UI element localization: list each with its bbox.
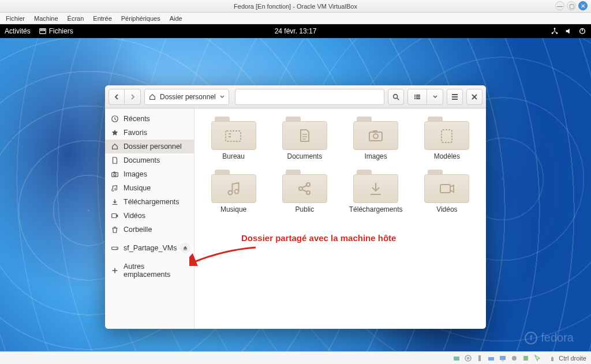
- list-icon: [414, 93, 421, 100]
- view-list-button[interactable]: [407, 89, 427, 105]
- status-optical-icon: [464, 354, 472, 362]
- vbox-titlebar: Fedora [En fonction] - Oracle VM Virtual…: [0, 0, 591, 13]
- sidebar-item-images[interactable]: Images: [105, 167, 194, 181]
- sidebar-item-vid-os[interactable]: Vidéos: [105, 209, 194, 223]
- sidebar-item-autres-emplacements[interactable]: Autres emplacements: [105, 260, 194, 282]
- forward-button[interactable]: [125, 89, 141, 105]
- svg-line-8: [397, 97, 399, 100]
- sidebar-item-label: Images: [124, 170, 147, 178]
- back-button[interactable]: [109, 89, 125, 105]
- headerbar: Dossier personnel: [105, 85, 486, 108]
- folder-bureau[interactable]: Bureau: [204, 117, 263, 160]
- chevron-left-icon: [113, 93, 120, 100]
- vbox-close-button[interactable]: ✕: [578, 1, 588, 10]
- folder-mod-les[interactable]: Modèles: [417, 117, 477, 160]
- home-icon: [148, 93, 156, 101]
- folder-vid-os[interactable]: Vidéos: [417, 170, 477, 213]
- vbox-menu-item[interactable]: Entrée: [93, 15, 111, 22]
- clock[interactable]: 24 févr. 13:17: [275, 27, 317, 35]
- svg-point-40: [467, 357, 469, 359]
- svg-rect-10: [416, 95, 420, 96]
- folder-icon: [424, 170, 469, 203]
- gnome-topbar: Activités Fichiers 24 févr. 13:17: [0, 24, 591, 38]
- activities-button[interactable]: Activités: [5, 27, 31, 35]
- search-button[interactable]: [388, 89, 404, 105]
- status-cpu-icon: [522, 354, 530, 362]
- view-dropdown-button[interactable]: [427, 89, 443, 105]
- location-entry[interactable]: [235, 89, 384, 105]
- status-usb-icon: [476, 354, 484, 362]
- trash-icon: [111, 226, 119, 234]
- host-key-indicator: Ctrl droite: [548, 354, 586, 362]
- svg-point-35: [306, 183, 310, 186]
- hamburger-button[interactable]: [447, 89, 463, 105]
- folder-label: Vidéos: [436, 205, 457, 213]
- svg-rect-11: [414, 96, 416, 97]
- folder-view[interactable]: BureauDocumentsImagesModèlesMusiquePubli…: [194, 108, 486, 329]
- pathbar[interactable]: Dossier personnel: [144, 89, 229, 105]
- current-app[interactable]: Fichiers: [39, 27, 73, 35]
- sidebar-item-corbeille[interactable]: Corbeille: [105, 223, 194, 237]
- power-icon[interactable]: [578, 27, 586, 35]
- svg-point-34: [299, 187, 302, 190]
- svg-rect-27: [226, 131, 241, 141]
- status-display-icon: [499, 354, 507, 362]
- sidebar-item-documents[interactable]: Documents: [105, 153, 194, 167]
- vbox-menu-item[interactable]: Écran: [68, 15, 84, 22]
- svg-point-39: [465, 355, 471, 361]
- star-icon: [111, 129, 119, 137]
- annotation-text: Dossier partagé avec la machine hôte: [241, 233, 396, 243]
- sidebar-item-label: Récents: [124, 115, 150, 123]
- svg-point-2: [554, 28, 556, 29]
- eject-button[interactable]: [180, 243, 190, 253]
- svg-point-26: [117, 248, 117, 249]
- vbox-minimize-button[interactable]: —: [555, 1, 564, 10]
- vbox-menu-item[interactable]: Aide: [170, 15, 182, 22]
- folder-t-l-chargements[interactable]: Téléchargements: [346, 170, 406, 213]
- folder-label: Images: [364, 152, 387, 160]
- folder-images[interactable]: Images: [346, 117, 406, 160]
- network-icon[interactable]: [551, 27, 559, 35]
- svg-rect-31: [442, 130, 452, 142]
- sidebar-item-musique[interactable]: Musique: [105, 181, 194, 195]
- files-app-icon: [39, 27, 47, 35]
- status-disk-icon: [452, 354, 461, 362]
- svg-point-33: [234, 190, 238, 194]
- sidebar-item-label: Musique: [124, 184, 151, 192]
- sidebar-item-favoris[interactable]: Favoris: [105, 126, 194, 140]
- sidebar-item-label: sf_Partage_VMs: [124, 244, 177, 252]
- svg-point-22: [114, 174, 116, 176]
- vbox-menubar: Fichier Machine Écran Entrée Périphériqu…: [0, 13, 591, 24]
- folder-musique[interactable]: Musique: [204, 170, 263, 213]
- close-window-button[interactable]: [466, 89, 482, 105]
- folder-label: Modèles: [434, 152, 460, 160]
- music-icon: [111, 184, 119, 192]
- svg-rect-37: [440, 185, 450, 193]
- sidebar-item-sf-partage-vms[interactable]: sf_Partage_VMs: [105, 241, 194, 255]
- sidebar-item-r-cents[interactable]: Récents: [105, 112, 194, 126]
- folder-label: Téléchargements: [349, 205, 403, 213]
- camera-icon: [111, 170, 119, 178]
- status-record-icon: [510, 354, 518, 362]
- sidebar-item-dossier-personnel[interactable]: Dossier personnel: [105, 140, 194, 153]
- folder-public[interactable]: Public: [275, 170, 334, 213]
- chevron-right-icon: [129, 93, 136, 100]
- close-icon: [471, 93, 478, 100]
- vbox-statusbar: Ctrl droite: [0, 351, 591, 364]
- svg-rect-43: [500, 356, 506, 360]
- svg-rect-9: [414, 95, 416, 96]
- dropdown-icon: [219, 94, 225, 100]
- volume-icon[interactable]: [564, 27, 573, 35]
- drive-icon: [111, 244, 119, 252]
- vbox-menu-item[interactable]: Machine: [34, 15, 58, 22]
- svg-rect-14: [416, 98, 420, 99]
- vbox-maximize-button[interactable]: ▢: [567, 1, 576, 10]
- sidebar: RécentsFavorisDossier personnelDocuments…: [105, 108, 194, 329]
- vbox-title: Fedora [En fonction] - Oracle VM Virtual…: [234, 3, 357, 10]
- vbox-menu-item[interactable]: Fichier: [6, 15, 25, 22]
- folder-icon: [282, 170, 327, 203]
- svg-point-32: [228, 191, 232, 195]
- folder-documents[interactable]: Documents: [275, 117, 334, 160]
- sidebar-item-t-l-chargements[interactable]: Téléchargements: [105, 195, 194, 209]
- vbox-menu-item[interactable]: Périphériques: [121, 15, 160, 22]
